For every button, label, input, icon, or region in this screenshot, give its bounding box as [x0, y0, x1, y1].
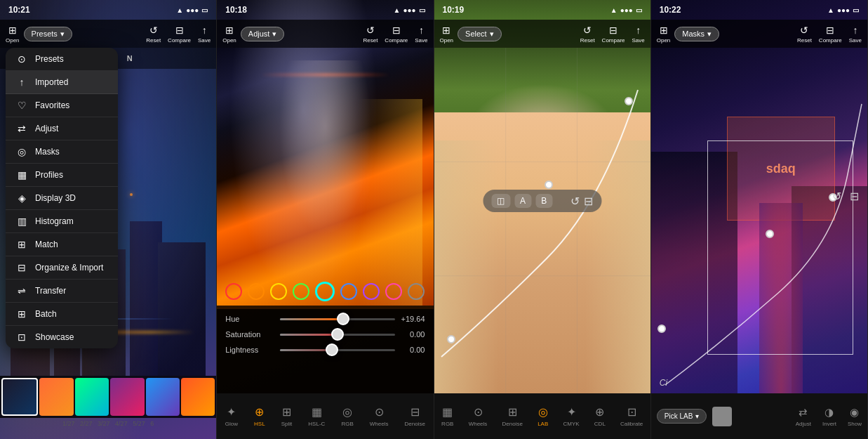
reset-button-1[interactable]: ↺ Reset [146, 25, 161, 44]
hue-thumb[interactable] [337, 313, 349, 325]
hsl-yellow[interactable] [270, 283, 287, 300]
preset-tab-n[interactable]: N [127, 54, 133, 63]
tool-cmyk-3[interactable]: ✦ CMYK [563, 405, 580, 427]
menu-item-imported[interactable]: ↑ Imported [6, 71, 118, 94]
thumbnail-1[interactable] [1, 378, 38, 416]
open-button-4[interactable]: ⊞ Open [657, 25, 671, 44]
tool-cdl-3[interactable]: ⊕ CDL [594, 405, 606, 427]
light-thumb[interactable] [326, 343, 338, 356]
light-track[interactable] [280, 349, 394, 351]
reset-button-3[interactable]: ↺ Reset [580, 25, 595, 44]
hsl-red[interactable] [225, 283, 242, 300]
menu-item-display3d[interactable]: ◈ Display 3D [6, 187, 118, 210]
mask-delete-icon[interactable]: ⊟ [850, 190, 859, 203]
menu-item-match[interactable]: ⊞ Match [6, 233, 118, 256]
menu-item-batch[interactable]: ⊞ Batch [6, 303, 118, 326]
thumbnail-6[interactable] [181, 378, 215, 416]
save-icon-3: ↑ [636, 25, 641, 36]
hsl-magenta[interactable] [385, 283, 402, 300]
lab-icon-3: ◎ [538, 405, 548, 419]
adjust-dropdown-2[interactable]: Adjust ▾ [241, 27, 285, 41]
thumbnail-5[interactable] [146, 378, 180, 416]
thumbnail-3[interactable] [75, 378, 109, 416]
curve-point-end[interactable] [625, 97, 633, 105]
open-button-2[interactable]: ⊞ Open [222, 25, 236, 44]
wifi-icon-3: ▲ [610, 6, 617, 14]
tool-rgb-3[interactable]: ▦ RGB [441, 405, 453, 427]
tool-lab-3[interactable]: ◎ LAB [538, 405, 548, 427]
chevron-down-icon-4: ▾ [707, 30, 712, 39]
compare-button-3[interactable]: ⊟ Compare [602, 25, 625, 44]
menu-item-favorites[interactable]: ♡ Favorites [6, 94, 118, 117]
save-button-4[interactable]: ↑ Save [849, 25, 862, 44]
mask-action-icons: ↺ ⊟ [832, 190, 859, 203]
cdl-label-3: CDL [594, 421, 606, 427]
menu-item-transfer[interactable]: ⇌ Transfer [6, 280, 118, 303]
tool-rgb[interactable]: ◎ RGB [341, 405, 353, 427]
curve-point-mid[interactable] [545, 181, 553, 189]
hsl-green[interactable] [293, 283, 309, 300]
open-button-3[interactable]: ⊞ Open [440, 25, 454, 44]
save-label-1: Save [198, 37, 211, 44]
tool-split[interactable]: ⊞ Split [281, 405, 293, 427]
tool-denoise-3[interactable]: ⊞ Denoise [502, 405, 523, 427]
tool-hslc[interactable]: ▦ HSL-C [308, 405, 325, 427]
menu-item-organize[interactable]: ⊟ Organize & Import [6, 256, 118, 280]
open-button-1[interactable]: ⊞ Open [6, 25, 20, 44]
reset-button-4[interactable]: ↺ Reset [797, 25, 812, 44]
tool-wheels[interactable]: ⊙ Wheels [370, 405, 389, 427]
sat-track[interactable] [280, 334, 394, 336]
status-time-4: 10:22 [660, 5, 681, 15]
menu-item-adjust[interactable]: ⇄ Adjust [6, 117, 118, 140]
tool-hsl[interactable]: ⊕ HSL [254, 405, 265, 427]
mask-swatch[interactable] [712, 407, 732, 426]
tool-calibrate-3[interactable]: ⊡ Calibrate [620, 405, 643, 427]
save-button-1[interactable]: ↑ Save [198, 25, 211, 44]
masks-dropdown-4[interactable]: Masks ▾ [674, 27, 719, 41]
profiles-menu-icon: ▦ [15, 169, 28, 181]
mask-point-3[interactable] [766, 230, 774, 238]
sel-frame-btn[interactable]: ◫ [491, 194, 510, 208]
wifi-icon-2: ▲ [393, 6, 400, 14]
menu-item-profiles[interactable]: ▦ Profiles [6, 164, 118, 187]
compare-icon-3: ⊟ [609, 25, 617, 36]
signal-icon-3: ●●● [620, 6, 633, 14]
save-button-2[interactable]: ↑ Save [415, 25, 427, 44]
tool-show-4[interactable]: ◉ Show [848, 406, 862, 427]
tool-wheels-3[interactable]: ⊙ Wheels [469, 405, 488, 427]
hsl-cyan[interactable] [315, 282, 335, 301]
pick-lab-dropdown[interactable]: Pick LAB ▾ [657, 409, 707, 424]
menu-item-presets[interactable]: ⊙ Presets [6, 48, 118, 71]
presets-dropdown-1[interactable]: Presets ▾ [24, 27, 72, 41]
mask-point-1[interactable] [657, 325, 666, 333]
mask-undo-icon[interactable]: ↺ [832, 190, 841, 203]
tool-adjust-4[interactable]: ⇄ Adjust [796, 406, 811, 427]
compare-button-4[interactable]: ⊟ Compare [819, 25, 842, 44]
tool-denoise[interactable]: ⊟ Denoise [405, 405, 425, 427]
hue-track[interactable] [280, 318, 394, 320]
sel-delete-icon[interactable]: ⊟ [584, 195, 593, 208]
compare-button-2[interactable]: ⊟ Compare [385, 25, 408, 44]
select-dropdown-3[interactable]: Select ▾ [458, 27, 502, 41]
tool-glow[interactable]: ✦ Glow [225, 405, 238, 427]
ci-label: Ci [660, 378, 667, 388]
menu-item-showcase[interactable]: ⊡ Showcase [6, 326, 118, 348]
tool-invert-4[interactable]: ◑ Invert [822, 406, 836, 427]
hsl-purple[interactable] [363, 283, 380, 300]
save-button-3[interactable]: ↑ Save [632, 25, 645, 44]
menu-item-histogram[interactable]: ▥ Histogram [6, 210, 118, 233]
sel-b-btn[interactable]: B [535, 194, 552, 208]
compare-button-1[interactable]: ⊟ Compare [168, 25, 191, 44]
sat-thumb[interactable] [331, 328, 344, 341]
menu-item-masks[interactable]: ◎ Masks [6, 140, 118, 164]
phone-4: sdaq 10:22 ▲ ●●● ▭ ⊞ Open [651, 0, 868, 439]
hsl-orange[interactable] [248, 283, 265, 300]
reset-button-2[interactable]: ↺ Reset [363, 25, 378, 44]
sel-undo-icon[interactable]: ↺ [570, 195, 580, 208]
thumbnail-4[interactable] [110, 378, 144, 416]
curve-point-start[interactable] [447, 335, 455, 343]
thumbnail-2[interactable] [39, 378, 73, 416]
hsl-blue[interactable] [340, 283, 357, 300]
hsl-gray[interactable] [408, 283, 425, 300]
sel-a-btn[interactable]: A [514, 194, 531, 208]
